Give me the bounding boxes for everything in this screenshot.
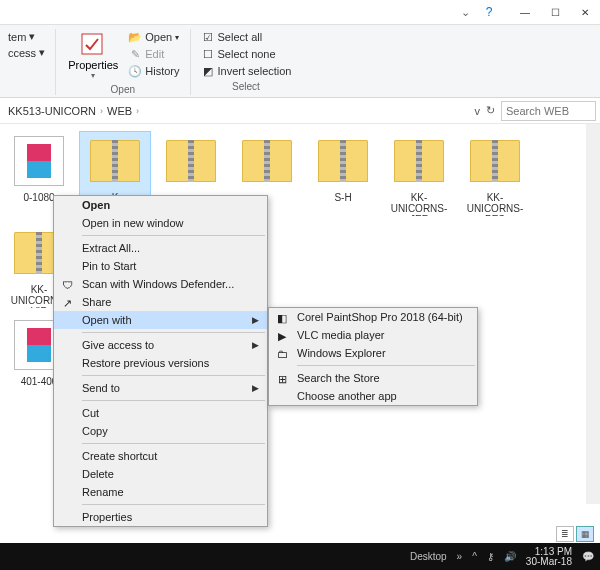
view-details-button[interactable]: ≣ xyxy=(556,526,574,542)
menu-item-delete[interactable]: Delete xyxy=(54,465,267,483)
open-button[interactable]: 📂 Open▾ xyxy=(126,29,181,45)
menu-item-open[interactable]: Open xyxy=(54,196,267,214)
history-button[interactable]: 🕓 History xyxy=(126,63,181,79)
zip-file-tile[interactable]: S-H xyxy=(308,132,378,216)
properties-icon xyxy=(79,31,107,59)
menu-item-corel-paintshop-pro-2018-64-bit[interactable]: ◧Corel PaintShop Pro 2018 (64-bit) xyxy=(269,308,477,326)
edit-button: ✎ Edit xyxy=(126,46,181,62)
image-thumbnail xyxy=(14,136,64,186)
invert-selection-button[interactable]: ◩ Invert selection xyxy=(199,63,294,79)
ribbon-group-clipboard: tem▾ ccess▾ xyxy=(6,29,56,95)
menu-item-open-with[interactable]: Open with▶ xyxy=(54,311,267,329)
menu-item-search-the-store[interactable]: ⊞Search the Store xyxy=(269,369,477,387)
ribbon-group-select: ☑ Select all ☐ Select none ◩ Invert sele… xyxy=(199,29,302,95)
menu-item-cut[interactable]: Cut xyxy=(54,404,267,422)
help-icon[interactable]: ? xyxy=(474,0,504,25)
network-icon[interactable]: ⚷ xyxy=(487,551,494,562)
svg-rect-0 xyxy=(82,34,102,54)
menu-item-label: Pin to Start xyxy=(82,260,136,272)
properties-button[interactable]: Properties ▾ xyxy=(64,29,122,82)
menu-item-give-access-to[interactable]: Give access to▶ xyxy=(54,336,267,354)
breadcrumb-seg[interactable]: WEB xyxy=(107,105,132,117)
edit-icon: ✎ xyxy=(128,47,142,61)
zip-icon xyxy=(242,140,292,182)
select-all-icon: ☑ xyxy=(201,30,215,44)
ribbon-caret-icon[interactable]: ⌄ xyxy=(461,6,470,19)
menu-item-share[interactable]: ↗Share xyxy=(54,293,267,311)
volume-icon[interactable]: 🔊 xyxy=(504,551,516,562)
menu-item-create-shortcut[interactable]: Create shortcut xyxy=(54,447,267,465)
menu-item-windows-explorer[interactable]: 🗀Windows Explorer xyxy=(269,344,477,362)
menu-item-open-in-new-window[interactable]: Open in new window xyxy=(54,214,267,232)
ribbon: tem▾ ccess▾ Properties ▾ 📂 Open▾ xyxy=(0,25,600,98)
menu-item-scan-with-windows-defender[interactable]: 🛡Scan with Windows Defender... xyxy=(54,275,267,293)
menu-item-label: Copy xyxy=(82,425,108,437)
menu-item-properties[interactable]: Properties xyxy=(54,508,267,526)
menu-item-choose-another-app[interactable]: Choose another app xyxy=(269,387,477,405)
file-label: 401-400 xyxy=(21,376,58,387)
menu-item-pin-to-start[interactable]: Pin to Start xyxy=(54,257,267,275)
tray-chevron-icon[interactable]: » xyxy=(457,551,463,562)
zip-icon xyxy=(394,140,444,182)
zip-icon xyxy=(90,140,140,182)
select-none-button[interactable]: ☐ Select none xyxy=(199,46,294,62)
menu-item-icon: 🗀 xyxy=(274,346,290,362)
menu-item-label: Open xyxy=(82,199,110,211)
menu-item-restore-previous-versions[interactable]: Restore previous versions xyxy=(54,354,267,372)
menu-item-icon: 🛡 xyxy=(59,277,75,293)
refresh-button[interactable]: ↻ xyxy=(486,104,495,117)
menu-item-label: Create shortcut xyxy=(82,450,157,462)
menu-item-rename[interactable]: Rename xyxy=(54,483,267,501)
file-label: KK-UNICORNS-PES xyxy=(460,192,530,216)
view-icons-button[interactable]: ▦ xyxy=(576,526,594,542)
menu-separator xyxy=(297,365,475,366)
menu-item-extract-all[interactable]: Extract All... xyxy=(54,239,267,257)
ribbon-item-item[interactable]: tem▾ xyxy=(6,29,47,44)
zip-icon xyxy=(318,140,368,182)
tray-up-icon[interactable]: ^ xyxy=(472,551,477,562)
menu-item-label: Scan with Windows Defender... xyxy=(82,278,234,290)
zip-file-tile[interactable]: KK-UNICORNS-JEF xyxy=(384,132,454,216)
file-label: 0-1080 xyxy=(23,192,54,203)
menu-item-label: Open with xyxy=(82,314,132,326)
file-label: S-H xyxy=(334,192,351,203)
chevron-right-icon: › xyxy=(136,106,139,116)
ribbon-item-access[interactable]: ccess▾ xyxy=(6,45,47,60)
taskbar: Desktop » ^ ⚷ 🔊 1:13 PM 30-Mar-18 💬 xyxy=(0,543,600,570)
menu-separator xyxy=(82,235,265,236)
breadcrumb-seg[interactable]: KK513-UNICORN xyxy=(8,105,96,117)
ribbon-group-open: Properties ▾ 📂 Open▾ ✎ Edit 🕓 History Op… xyxy=(64,29,190,95)
menu-item-label: Extract All... xyxy=(82,242,140,254)
zip-icon xyxy=(166,140,216,182)
select-all-button[interactable]: ☑ Select all xyxy=(199,29,294,45)
breadcrumb[interactable]: KK513-UNICORN › WEB › xyxy=(4,105,475,117)
path-dropdown-button[interactable]: v xyxy=(475,105,481,117)
chevron-right-icon: › xyxy=(100,106,103,116)
window-titlebar: ⌄ ? — ☐ ✕ xyxy=(0,0,600,25)
menu-item-label: Restore previous versions xyxy=(82,357,209,369)
minimize-button[interactable]: — xyxy=(510,0,540,25)
properties-label: Properties xyxy=(68,59,118,71)
status-bar: ≣ ▦ xyxy=(0,525,600,543)
maximize-button[interactable]: ☐ xyxy=(540,0,570,25)
action-center-icon[interactable]: 💬 xyxy=(582,551,594,562)
select-none-icon: ☐ xyxy=(201,47,215,61)
zip-icon xyxy=(470,140,520,182)
zip-file-tile[interactable]: KK-UNICORNS-PES xyxy=(460,132,530,216)
menu-item-label: Delete xyxy=(82,468,114,480)
menu-item-label: Share xyxy=(82,296,111,308)
ribbon-group-caption: Open xyxy=(64,84,181,95)
menu-item-vlc-media-player[interactable]: ▶VLC media player xyxy=(269,326,477,344)
menu-item-label: Open in new window xyxy=(82,217,184,229)
menu-item-icon: ▶ xyxy=(274,328,290,344)
close-button[interactable]: ✕ xyxy=(570,0,600,25)
search-input[interactable] xyxy=(501,101,596,121)
ribbon-group-caption: Select xyxy=(199,81,294,92)
desktop-toolbar[interactable]: Desktop xyxy=(410,551,447,562)
system-clock[interactable]: 1:13 PM 30-Mar-18 xyxy=(526,547,572,567)
menu-item-send-to[interactable]: Send to▶ xyxy=(54,379,267,397)
menu-item-label: Corel PaintShop Pro 2018 (64-bit) xyxy=(297,311,463,323)
menu-item-copy[interactable]: Copy xyxy=(54,422,267,440)
menu-item-label: Properties xyxy=(82,511,132,523)
menu-separator xyxy=(82,443,265,444)
